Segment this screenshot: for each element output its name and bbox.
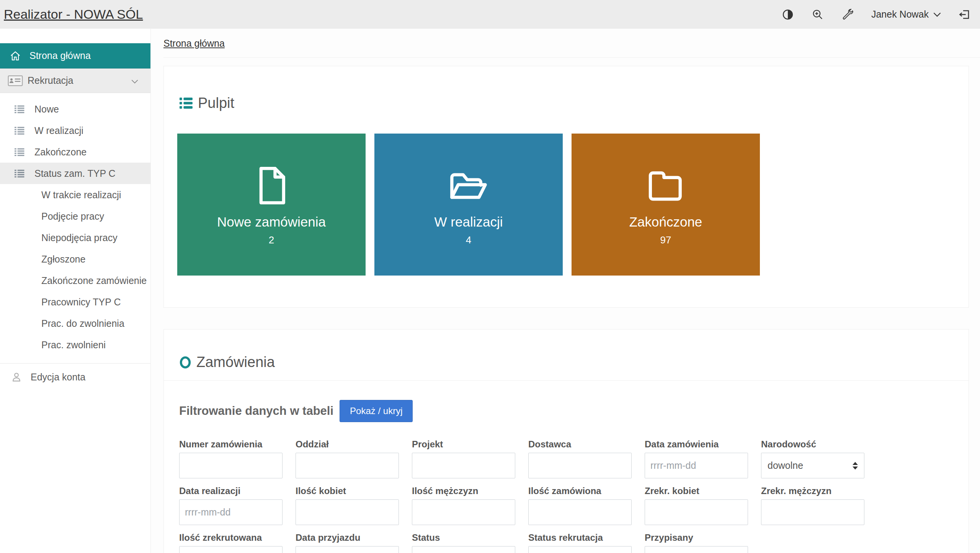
filter-field-numer-zamowienia: Numer zamówienia bbox=[179, 439, 283, 478]
przypisany-input[interactable] bbox=[645, 546, 748, 553]
user-menu[interactable]: Janek Nowak bbox=[871, 9, 941, 20]
filter-field-dostawca: Dostawca bbox=[528, 439, 632, 478]
home-icon bbox=[10, 50, 26, 62]
caret-down-icon bbox=[933, 12, 941, 17]
dostawca-input[interactable] bbox=[528, 453, 632, 478]
header-actions: Janek Nowak bbox=[782, 8, 971, 21]
circle-ring-icon bbox=[180, 356, 191, 369]
sidebar-item-w-trakcie-realizacji[interactable]: W trakcie realizacji bbox=[0, 184, 150, 206]
field-label: Dostawca bbox=[528, 439, 632, 450]
tile-w-realizacji[interactable]: W realizacji 4 bbox=[374, 134, 563, 276]
sidebar: Strona główna Rekrutacja Nowe W bbox=[0, 29, 151, 553]
sidebar-item-zgloszone[interactable]: Zgłoszone bbox=[0, 248, 150, 270]
tile-zakonczone[interactable]: Zakończone 97 bbox=[572, 134, 760, 276]
list-icon bbox=[15, 169, 31, 178]
orders-title-divider bbox=[164, 380, 969, 381]
logout-icon[interactable] bbox=[959, 8, 971, 21]
sidebar-item-label: W realizacji bbox=[34, 125, 83, 136]
ilosc-zrekrutowana-input[interactable] bbox=[179, 546, 283, 553]
tile-label: Nowe zamówienia bbox=[217, 214, 326, 230]
sidebar-item-pracownicy-typ-c[interactable]: Pracownicy TYP C bbox=[0, 291, 150, 313]
filter-header: Filtrowanie danych w tabeli Pokaż / ukry… bbox=[179, 400, 953, 422]
sidebar-item-zakonczone-zamowienie[interactable]: Zakończone zamówienie bbox=[0, 270, 150, 291]
id-card-icon bbox=[8, 75, 24, 86]
sidebar-item-label: Prac. do zwolnienia bbox=[41, 318, 124, 329]
tile-count: 2 bbox=[269, 234, 274, 246]
sidebar-item-rekrutacja[interactable]: Rekrutacja bbox=[0, 69, 150, 93]
sidebar-item-nowe[interactable]: Nowe bbox=[0, 98, 150, 120]
sidebar-item-edycja-konta[interactable]: Edycja konta bbox=[0, 364, 150, 390]
sidebar-item-zakonczone[interactable]: Zakończone bbox=[0, 141, 150, 163]
field-label: Status rekrutacja bbox=[528, 532, 632, 543]
page-title: Pulpit bbox=[198, 95, 234, 111]
sidebar-item-label: Strona główna bbox=[29, 50, 91, 61]
sidebar-item-prac-zwolnieni[interactable]: Prac. zwolnieni bbox=[0, 334, 150, 356]
sidebar-item-niepodjecia-pracy[interactable]: Niepodjęcia pracy bbox=[0, 227, 150, 248]
filter-field-empty bbox=[761, 532, 864, 553]
status-rekrutacja-input[interactable] bbox=[528, 546, 632, 553]
zrekr-mezczyzn-input[interactable] bbox=[761, 499, 864, 525]
sidebar-item-label: Zgłoszone bbox=[41, 254, 85, 265]
projekt-input[interactable] bbox=[412, 453, 515, 478]
folder-open-icon bbox=[446, 163, 491, 208]
zrekr-kobiet-input[interactable] bbox=[645, 499, 748, 525]
select-arrows-icon bbox=[853, 462, 858, 470]
section-title: Zamówienia bbox=[196, 354, 275, 370]
orders-title-row: Zamówienia bbox=[180, 354, 969, 370]
filter-field-ilosc-zrekrutowana: Ilość zrekrutowana bbox=[179, 532, 283, 553]
sidebar-item-label: W trakcie realizacji bbox=[41, 189, 121, 201]
dashboard-tiles: Nowe zamówienia 2 W realizacji 4 Zakończ… bbox=[177, 134, 955, 276]
list-icon bbox=[15, 148, 31, 156]
user-icon bbox=[11, 371, 27, 383]
sidebar-item-podjecie-pracy[interactable]: Podjęcie pracy bbox=[0, 206, 150, 227]
main-content: Strona główna Pulpit Nowe zamówienia 2 W… bbox=[151, 29, 980, 553]
filter-field-ilosc-kobiet: Ilość kobiet bbox=[296, 486, 399, 525]
filter-field-zrekr-kobiet: Zrekr. kobiet bbox=[645, 486, 748, 525]
breadcrumb-divider bbox=[163, 57, 980, 58]
field-label: Data realizacji bbox=[179, 486, 283, 496]
contrast-icon[interactable] bbox=[782, 8, 794, 21]
field-label: Ilość zrekrutowana bbox=[179, 532, 283, 543]
sidebar-item-label: Nowe bbox=[34, 104, 59, 115]
filter-heading: Filtrowanie danych w tabeli bbox=[179, 404, 333, 418]
sidebar-item-label: Prac. zwolnieni bbox=[41, 339, 106, 351]
show-hide-button[interactable]: Pokaż / ukryj bbox=[340, 400, 413, 422]
list-icon bbox=[15, 126, 31, 135]
zoom-in-icon[interactable] bbox=[812, 8, 824, 21]
app-title-link[interactable]: Realizator - NOWA SÓL bbox=[4, 7, 143, 22]
breadcrumb-home-link[interactable]: Strona główna bbox=[163, 38, 225, 49]
wrench-icon[interactable] bbox=[841, 8, 854, 21]
sidebar-item-label: Pracownicy TYP C bbox=[41, 297, 121, 308]
field-label: Status bbox=[412, 532, 515, 543]
top-bar: Realizator - NOWA SÓL Janek Nowak bbox=[0, 0, 980, 29]
field-label: Oddział bbox=[296, 439, 399, 450]
field-label: Data zamówienia bbox=[645, 439, 748, 450]
field-label: Data przyjazdu bbox=[296, 532, 399, 543]
field-label: Zrekr. kobiet bbox=[645, 486, 748, 496]
field-label: Projekt bbox=[412, 439, 515, 450]
status-input[interactable] bbox=[412, 546, 515, 553]
tile-label: W realizacji bbox=[434, 214, 503, 230]
sidebar-item-strona-glowna[interactable]: Strona główna bbox=[0, 43, 150, 69]
narodowosc-select[interactable]: dowolne bbox=[761, 453, 864, 478]
oddzial-input[interactable] bbox=[296, 453, 399, 478]
dashboard-list-icon bbox=[180, 98, 193, 109]
numer-zamowienia-input[interactable] bbox=[179, 453, 283, 478]
ilosc-mezczyzn-input[interactable] bbox=[412, 499, 515, 525]
pulpit-card: Pulpit Nowe zamówienia 2 W realizacji 4 … bbox=[163, 66, 969, 308]
tile-count: 4 bbox=[466, 234, 471, 246]
sidebar-item-label: Podjęcie pracy bbox=[41, 211, 104, 222]
data-realizacji-input[interactable] bbox=[179, 499, 283, 525]
sidebar-item-prac-do-zwolnienia[interactable]: Prac. do zwolnienia bbox=[0, 313, 150, 334]
ilosc-zamowiona-input[interactable] bbox=[528, 499, 632, 525]
sidebar-item-label: Zakończone zamówienie bbox=[41, 275, 147, 286]
tile-nowe-zamowienia[interactable]: Nowe zamówienia 2 bbox=[177, 134, 366, 276]
data-przyjazdu-input[interactable] bbox=[296, 546, 399, 553]
sidebar-item-status-zam-typ-c[interactable]: Status zam. TYP C bbox=[0, 163, 150, 184]
filter-field-narodowosc: Narodowość dowolne bbox=[761, 439, 864, 478]
data-zamowienia-input[interactable] bbox=[645, 453, 748, 478]
sidebar-item-w-realizacji[interactable]: W realizacji bbox=[0, 120, 150, 141]
ilosc-kobiet-input[interactable] bbox=[296, 499, 399, 525]
filter-field-ilosc-zamowiona: Ilość zamówiona bbox=[528, 486, 632, 525]
select-value: dowolne bbox=[768, 460, 803, 471]
